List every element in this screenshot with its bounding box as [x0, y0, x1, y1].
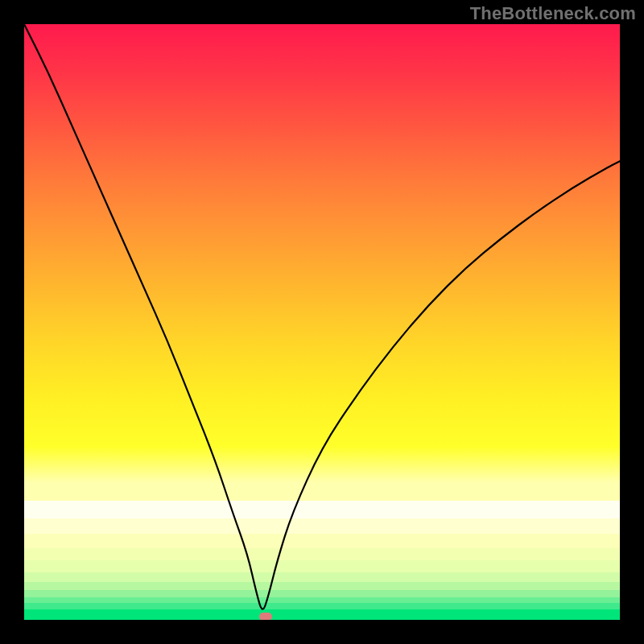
optimal-marker — [259, 613, 272, 620]
watermark-text: TheBottleneck.com — [470, 3, 636, 24]
chart-frame: TheBottleneck.com — [0, 0, 644, 644]
plot-area — [24, 24, 620, 620]
bottleneck-curve — [24, 24, 620, 620]
